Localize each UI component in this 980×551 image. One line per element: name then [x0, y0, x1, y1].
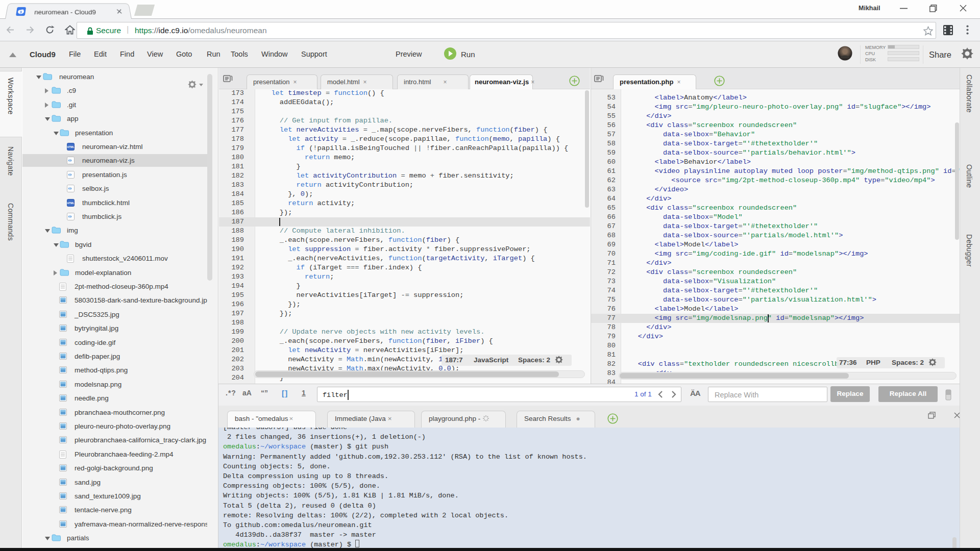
- svg-text:HTML: HTML: [67, 145, 75, 148]
- svg-text:HTML: HTML: [67, 202, 75, 205]
